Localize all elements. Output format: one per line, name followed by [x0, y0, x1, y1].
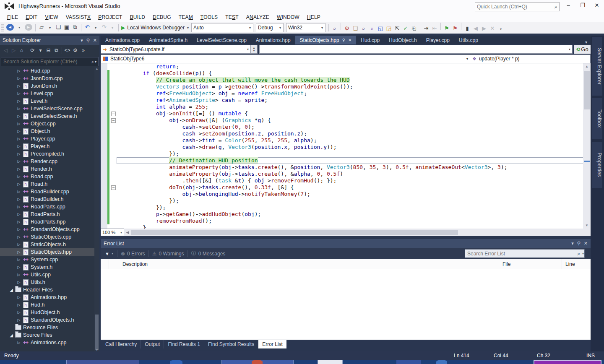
menu-build[interactable]: BUILD — [126, 13, 149, 21]
menu-analyze[interactable]: ANALYZE — [242, 13, 273, 21]
va-find-symbol-icon[interactable]: ⌕ — [368, 25, 376, 32]
menu-vassistx[interactable]: VASSISTX — [62, 13, 94, 21]
tab-utils-cpp[interactable]: Utils.cpp — [454, 36, 483, 44]
home-icon[interactable]: ⌂ — [18, 47, 25, 53]
spin-down-icon[interactable]: ▼ — [253, 49, 255, 52]
va-open-file-icon[interactable]: ❏ — [351, 25, 359, 32]
scroll-up-icon[interactable]: ▲ — [94, 67, 99, 70]
panel-tab-output[interactable]: Output — [141, 340, 164, 348]
panel-tab-error-list[interactable]: Error List — [258, 340, 286, 348]
va-refactor-icon[interactable]: ⎗ — [410, 25, 418, 32]
tree-item-hud-cpp[interactable]: ▷++Hud.cpp — [0, 67, 94, 75]
navigate-backward-icon[interactable]: ◄ — [6, 24, 14, 31]
column-line[interactable]: Line — [562, 259, 591, 269]
errors-filter-button[interactable]: ⊗ 0 Errors — [121, 251, 145, 257]
configuration-combo[interactable]: Debug▾ — [256, 23, 284, 32]
column-file[interactable]: File — [499, 259, 562, 269]
collapsed-arrow-icon[interactable]: ▷ — [16, 99, 22, 103]
show-all-files-icon[interactable]: ⧉ — [53, 47, 60, 53]
pin-icon[interactable]: ⚲ — [577, 241, 581, 246]
tree-item-utils-cpp[interactable]: ▷++Utils.cpp — [0, 271, 94, 278]
tree-item-render-cpp[interactable]: ▷++Render.cpp — [0, 158, 94, 165]
scrollbar-thumb[interactable] — [95, 315, 99, 350]
va-paste-icon[interactable]: ⇱ — [393, 25, 401, 32]
tree-item-staticobjects-hpp[interactable]: ▷hStaticObjects.hpp — [0, 248, 94, 256]
tab-hud-cpp[interactable]: Hud.cpp — [356, 36, 384, 44]
toolbar-overflow-icon[interactable]: » — [80, 47, 87, 53]
collapsed-arrow-icon[interactable]: ▷ — [16, 76, 22, 81]
error-list-search-input[interactable] — [465, 251, 575, 257]
menu-debug[interactable]: DEBUG — [149, 13, 175, 21]
undo-dropdown[interactable]: ▾ — [92, 24, 99, 32]
expanded-arrow-icon[interactable]: ◢ — [8, 333, 14, 338]
properties-icon[interactable]: ⚙ — [72, 47, 79, 53]
start-debugging-button[interactable]: ▶ Local Windows Debugger ▾ — [121, 25, 189, 31]
collapsed-arrow-icon[interactable]: ▷ — [16, 242, 22, 247]
tree-item-precompiled-h[interactable]: ▷hPrecompiled.h — [0, 150, 94, 158]
sync-with-active-document-icon[interactable]: ⟳ — [29, 47, 36, 53]
tree-item-object-cpp[interactable]: ▷++Object.cpp — [0, 120, 94, 127]
tree-item-staticobjects-h[interactable]: ▷hStaticObjects.h — [0, 241, 94, 248]
solution-explorer-search-input[interactable] — [1, 59, 91, 65]
va-context-spinner[interactable]: ▲ ▼ — [251, 45, 258, 54]
undo-icon[interactable]: ↶ — [83, 23, 91, 31]
collapse-region-icon[interactable]: – — [111, 118, 116, 123]
chevron-down-icon[interactable]: ▾ — [37, 47, 44, 53]
prev-bookmark-icon[interactable]: ◀ — [472, 25, 479, 32]
tree-item-hudobject-h[interactable]: ▷hHudObject.h — [0, 309, 94, 316]
tree-item-player-cpp[interactable]: ▷++Player.cpp — [0, 135, 94, 143]
va-secondary-combo[interactable]: ▾ — [259, 45, 573, 54]
panel-tab-find-results-1[interactable]: Find Results 1 — [164, 340, 204, 348]
collapsed-arrow-icon[interactable]: ▷ — [16, 257, 22, 262]
pin-icon[interactable]: ⚲ — [86, 38, 90, 43]
va-context-combo[interactable]: ➜ StaticObjType6.update.if ▾ — [101, 45, 251, 54]
chevron-down-icon[interactable]: ▾ — [112, 252, 113, 255]
collapsed-arrow-icon[interactable]: ▷ — [16, 122, 22, 126]
collapsed-arrow-icon[interactable]: ▷ — [16, 144, 22, 148]
side-tab-toolbox[interactable]: Toolbox — [592, 98, 602, 139]
menu-file[interactable]: FILE — [3, 13, 22, 21]
menu-team[interactable]: TEAM — [175, 13, 197, 21]
remove-flag-icon[interactable]: ⚑ — [451, 25, 459, 32]
menu-edit[interactable]: EDIT — [22, 13, 41, 21]
tree-item-standardobjects-cpp[interactable]: ▷++StandardObjects.cpp — [0, 226, 94, 233]
chevron-down-icon[interactable]: ▾ — [81, 38, 83, 43]
tree-item-roadbuilder-h[interactable]: ▷hRoadBuilder.h — [0, 195, 94, 203]
collapsed-arrow-icon[interactable]: ▷ — [16, 235, 22, 239]
collapsed-arrow-icon[interactable]: ▷ — [16, 265, 22, 269]
collapsed-arrow-icon[interactable]: ▷ — [16, 84, 22, 88]
navigate-forward-icon[interactable]: ▷ — [10, 47, 17, 53]
collapsed-arrow-icon[interactable]: ▷ — [16, 190, 22, 194]
platform-auto-combo[interactable]: Auto▾ — [191, 23, 253, 32]
close-button[interactable]: ✕ — [590, 0, 604, 11]
redo-dropdown[interactable]: ▾ — [109, 24, 116, 32]
menu-help[interactable]: HELP — [303, 13, 324, 21]
view-code-icon[interactable]: <> — [64, 47, 71, 53]
tree-item-levelselectscene-cpp[interactable]: ▷++LevelSelectScene.cpp — [0, 105, 94, 112]
tree-item-roadparts-cpp[interactable]: ▷++RoadParts.cpp — [0, 203, 94, 211]
tree-item-render-h[interactable]: ▷hRender.h — [0, 165, 94, 173]
tab-animatedsprite-h[interactable]: AnimatedSprite.h — [144, 36, 192, 44]
collapsed-arrow-icon[interactable]: ▷ — [16, 91, 22, 96]
close-icon[interactable]: ✕ — [93, 38, 97, 43]
collapsed-arrow-icon[interactable]: ▷ — [16, 341, 22, 345]
collapsed-arrow-icon[interactable]: ▷ — [16, 129, 22, 133]
collapsed-arrow-icon[interactable]: ▷ — [16, 280, 22, 284]
collapsed-arrow-icon[interactable]: ▷ — [16, 310, 22, 315]
tree-item-road-cpp[interactable]: ▷++Road.cpp — [0, 173, 94, 180]
collapsed-arrow-icon[interactable]: ▷ — [16, 220, 22, 224]
tree-item-level-h[interactable]: ▷hLevel.h — [0, 97, 94, 105]
expanded-arrow-icon[interactable]: ◢ — [8, 288, 14, 292]
collapsed-arrow-icon[interactable]: ▷ — [16, 114, 22, 118]
va-find-references-icon[interactable]: ⌕ — [360, 25, 367, 32]
platform-combo[interactable]: Win32▾ — [286, 23, 325, 32]
windows-taskbar[interactable] — [0, 360, 604, 364]
tree-item-roadbuilder-cpp[interactable]: ▷++RoadBuilder.cpp — [0, 188, 94, 195]
side-tab-properties[interactable]: Properties — [592, 142, 602, 188]
toolbar-grip[interactable] — [1, 24, 4, 31]
chevron-down-icon[interactable]: ▾ — [571, 241, 574, 246]
collapsed-arrow-icon[interactable]: ▷ — [16, 227, 22, 231]
zoom-level-combo[interactable]: 100 % ▾ — [101, 229, 124, 236]
add-flag-icon[interactable]: ⚑ — [443, 25, 450, 32]
menu-test[interactable]: TEST — [221, 13, 242, 21]
